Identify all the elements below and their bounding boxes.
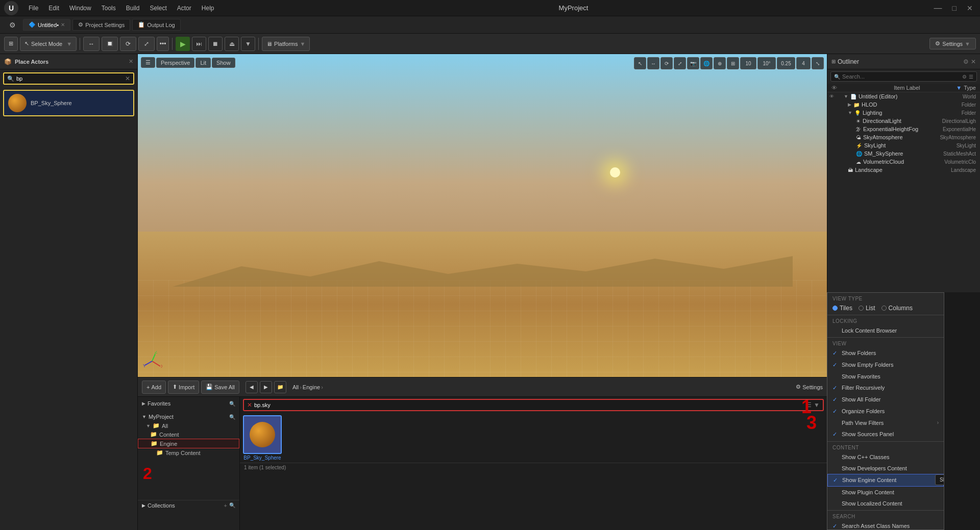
bp-sky-sphere-item[interactable]: BP_Sky_Sphere — [3, 90, 134, 116]
show-folders-item[interactable]: ✓ Show Folders — [827, 347, 944, 359]
show-sources-panel-item[interactable]: ✓ Show Sources Panel — [827, 428, 944, 440]
rotate-button[interactable]: ⟳ — [120, 37, 136, 51]
show-empty-folders-item[interactable]: ✓ Show Empty Folders — [827, 359, 944, 371]
place-actors-search-input[interactable] — [16, 75, 123, 82]
show-engine-content-item[interactable]: ✓ Show Engine Content Show engine conten… — [827, 474, 944, 487]
favorites-header[interactable]: ▶ Favorites 🔍 — [138, 399, 239, 408]
item-label-col[interactable]: Item Label — [894, 85, 954, 91]
scale-button[interactable]: ⤢ — [138, 37, 155, 51]
view-type-columns[interactable]: Columns — [881, 305, 913, 312]
breadcrumb-all[interactable]: All — [292, 384, 299, 390]
close-button[interactable]: ✕ — [964, 4, 976, 12]
collections-section[interactable]: ▶ Collections + 🔍 — [138, 500, 239, 511]
menu-select[interactable]: Select — [148, 4, 168, 13]
menu-build[interactable]: Build — [124, 4, 142, 13]
view-type-tiles[interactable]: Tiles — [832, 305, 852, 312]
show-button[interactable]: Show — [212, 58, 235, 68]
tab-project-settings[interactable]: ⚙ Project Settings — [72, 19, 130, 31]
folder-all[interactable]: ▼ 📁 All — [138, 421, 239, 430]
perspective-button[interactable]: Perspective — [156, 58, 194, 68]
folder-engine[interactable]: 📁 Engine — [138, 439, 239, 448]
show-localized-item[interactable]: Show Localized Content — [827, 498, 944, 509]
filter-recursively-item[interactable]: ✓ Filter Recursively — [827, 382, 944, 394]
outliner-close-icon[interactable]: ✕ — [971, 58, 976, 65]
cb-search-clear-icon[interactable]: ✕ — [247, 401, 252, 409]
import-button[interactable]: ⬆ Import — [168, 381, 199, 394]
settings-button[interactable]: ⚙ Settings ▼ — [929, 38, 976, 49]
show-plugin-content-item[interactable]: Show Plugin Content — [827, 487, 944, 498]
outliner-gear-icon[interactable]: ⚙ — [962, 74, 967, 80]
tab-untitled[interactable]: 🔷 Untitled• ✕ — [23, 19, 70, 31]
scale-label[interactable]: 0.25 — [777, 57, 795, 69]
grid-size-label[interactable]: 10 — [740, 57, 756, 69]
more-options-button[interactable]: ••• — [157, 37, 169, 51]
extra-options-button[interactable]: ▼ — [241, 37, 255, 51]
menu-tools[interactable]: Tools — [100, 4, 118, 13]
place-actors-close[interactable]: ✕ — [129, 58, 133, 65]
grid-toggle-btn[interactable]: ⊞ — [727, 57, 739, 69]
folder-temp-content[interactable]: 📁 Temp Content — [138, 448, 239, 457]
show-dev-content-item[interactable]: Show Developers Content — [827, 463, 944, 474]
cb-search-input[interactable] — [254, 402, 804, 408]
tree-item-fog[interactable]: 🌫 ExponentialHeightFog ExponentialHe — [827, 125, 980, 133]
tree-item-skylight[interactable]: ⚡ SkyLight SkyLight — [827, 141, 980, 149]
path-view-filters-item[interactable]: Path View Filters › — [827, 417, 944, 428]
lock-content-browser-item[interactable]: Lock Content Browser — [827, 325, 944, 336]
menu-window[interactable]: Window — [67, 4, 93, 13]
collections-add-icon[interactable]: + — [224, 502, 227, 509]
place-actors-search[interactable]: 🔍 ✕ — [3, 72, 134, 85]
nav-forward-button[interactable]: ▶ — [260, 381, 272, 393]
asset-bp-sky-sphere[interactable]: BP_Sky_Sphere — [242, 415, 283, 461]
platforms-button[interactable]: 🖥 Platforms ▼ — [262, 37, 310, 51]
step-play-button[interactable]: ⏭ — [192, 37, 206, 51]
rotate-tool-button[interactable]: ⟳ — [660, 57, 673, 69]
add-button[interactable]: + Add — [142, 381, 166, 394]
camera-btn[interactable]: 📷 — [687, 57, 699, 69]
stop-button[interactable]: ⏹ — [208, 37, 223, 51]
outliner-settings-icon[interactable]: ⚙ — [963, 58, 969, 65]
angle-label[interactable]: 10° — [757, 57, 776, 69]
surface-snapping-btn[interactable]: ⊕ — [714, 57, 726, 69]
menu-help[interactable]: Help — [200, 4, 216, 13]
maximize-viewport-button[interactable]: ⤡ — [812, 57, 824, 69]
save-all-button[interactable]: 💾 Save All — [201, 381, 239, 394]
tree-item-volumetric[interactable]: ☁ VolumetricCloud VolumetricClo — [827, 158, 980, 166]
move-tool-button[interactable]: ↔ — [647, 57, 659, 69]
select-mode-button[interactable]: ↖ Select Mode ▼ — [20, 37, 77, 51]
tree-item-directional[interactable]: ☀ DirectionalLight DirectionalLigh — [827, 117, 980, 125]
menu-file[interactable]: File — [27, 4, 40, 13]
search-clear-icon[interactable]: ✕ — [125, 75, 130, 82]
menu-actor[interactable]: Actor — [175, 4, 193, 13]
my-project-header[interactable]: ▼ MyProject 🔍 — [138, 412, 239, 421]
show-cpp-classes-item[interactable]: Show C++ Classes — [827, 451, 944, 463]
breadcrumb-engine[interactable]: Engine — [303, 384, 320, 390]
cb-settings-button[interactable]: ⚙ Settings — [796, 384, 823, 390]
tree-item-sm-sky[interactable]: 🌐 SM_SkySphere StaticMeshAct — [827, 149, 980, 158]
select-tool-button[interactable]: ↖ — [634, 57, 646, 69]
view-type-list[interactable]: List — [859, 305, 875, 312]
toolbar-layout-button[interactable]: ⊞ — [4, 37, 18, 51]
tree-item-untitled[interactable]: 👁 ▼ 📄 Untitled (Editor) World — [827, 92, 980, 100]
type-col[interactable]: Type — [964, 85, 976, 91]
unreal-logo[interactable]: U — [4, 1, 18, 15]
favorites-search-icon[interactable]: 🔍 — [229, 401, 235, 407]
eject-button[interactable]: ⏏ — [225, 37, 239, 51]
collections-search-icon[interactable]: 🔍 — [229, 502, 235, 509]
tree-item-landscape[interactable]: 🏔 Landscape Landscape — [827, 166, 980, 174]
menu-edit[interactable]: Edit — [46, 4, 61, 13]
viewport-menu-button[interactable]: ☰ — [141, 57, 155, 68]
world-btn[interactable]: 🌐 — [700, 57, 713, 69]
tab-untitled-close[interactable]: ✕ — [61, 22, 65, 28]
transform-move-button[interactable]: ↔ — [83, 37, 100, 51]
outliner-search-input[interactable] — [842, 73, 960, 80]
nav-back-button[interactable]: ◀ — [246, 381, 258, 393]
tree-item-sky-atmo[interactable]: 🌤 SkyAtmosphere SkyAtmosphere — [827, 133, 980, 141]
search-asset-class-item[interactable]: ✓ Search Asset Class Names — [827, 520, 944, 531]
show-all-folder-item[interactable]: ✓ Show All Folder — [827, 394, 944, 406]
show-favorites-item[interactable]: Show Favorites — [827, 371, 944, 382]
maximize-button[interactable]: □ — [949, 4, 960, 12]
viewport[interactable]: ☰ Perspective Lit Show ↖ ↔ ⟳ ⤢ 📷 🌐 ⊕ ⊞ 1… — [138, 54, 827, 377]
folder-content[interactable]: 📁 Content — [138, 430, 239, 439]
scale-tool-button[interactable]: ⤢ — [674, 57, 686, 69]
tab-output-log[interactable]: 📋 Output Log — [132, 19, 180, 31]
